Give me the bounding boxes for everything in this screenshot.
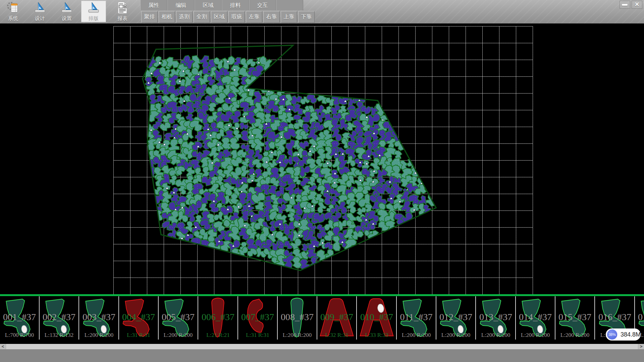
piece-lr-label: L:200 R:200 xyxy=(476,332,515,339)
piece-id-label: 015_#37 xyxy=(555,312,594,322)
menu-item-2[interactable]: 编辑 xyxy=(167,0,195,10)
piece-lr-label: L:31 R:31 xyxy=(119,332,158,339)
set-square-icon xyxy=(34,9,46,15)
piece-thumbnail[interactable]: 002_#37L:132 R:132 xyxy=(40,296,79,340)
piece-lr-label: L:700 R:700 xyxy=(0,332,39,339)
piece-id-label: 001_#37 xyxy=(0,312,39,322)
piece-id-label: 014_#37 xyxy=(516,312,555,322)
piece-id-label: 008_#37 xyxy=(278,312,317,322)
menu-item-4[interactable]: 排料 xyxy=(222,0,249,10)
tool-button-10[interactable]: 下靠 xyxy=(298,11,315,23)
launcher-button-3[interactable]: 设置 xyxy=(54,1,79,22)
tool-button-7[interactable]: 左靠 xyxy=(246,11,262,23)
piece-id-label: 007_#37 xyxy=(238,312,277,322)
piece-lr-label: L:31 R:31 xyxy=(238,332,277,339)
close-icon: ✕ xyxy=(632,1,642,8)
piece-lr-label: L:132 R:132 xyxy=(40,332,78,339)
launcher-button-4[interactable]: 排版 xyxy=(81,1,106,22)
tool-button-3[interactable]: 选割 xyxy=(176,11,193,23)
tool-bar: 聚排相机选割全割区域瑕疵左靠右靠上靠下靠 xyxy=(141,11,316,23)
launcher-label: 排版 xyxy=(81,15,106,21)
piece-thumbnail[interactable]: 010_#37L:33 R:33 xyxy=(357,296,397,340)
tool-button-5[interactable]: 区域 xyxy=(211,11,227,23)
piece-id-label: 006_#37 xyxy=(199,312,237,322)
window-controls: ✕ xyxy=(620,1,642,9)
memory-badge: 38% 384.8M xyxy=(606,328,641,341)
piece-id-label: 009_#37 xyxy=(317,312,356,322)
close-button[interactable]: ✕ xyxy=(632,1,642,9)
piece-id-label: 004_#37 xyxy=(119,312,158,322)
set-square-icon xyxy=(87,9,100,15)
piece-lr-label: L:200 R:200 xyxy=(278,332,317,339)
menu-spacer xyxy=(276,0,303,10)
minimize-button[interactable] xyxy=(620,1,630,9)
launcher-label: 设置 xyxy=(54,15,79,21)
piece-id-label: 017_#37 xyxy=(635,312,644,322)
nesting-canvas[interactable] xyxy=(0,23,644,294)
menu-bar: 属性编辑区域排料交互 xyxy=(140,0,303,10)
menu-item-5[interactable]: 交互 xyxy=(249,0,276,10)
launcher-button-2[interactable]: 设计 xyxy=(28,1,52,22)
launcher-button-1[interactable]: 系统 xyxy=(1,1,25,22)
piece-thumbnail[interactable]: 005_#37L:200 R:200 xyxy=(159,296,198,340)
piece-thumbnail[interactable]: 012_#37L:200 R:200 xyxy=(436,296,476,340)
launcher-label: 系统 xyxy=(1,15,25,21)
piece-thumbnail[interactable]: 001_#37L:700 R:700 xyxy=(0,296,40,340)
piece-lr-label: L:200 R:200 xyxy=(79,332,118,339)
piece-thumbnail[interactable]: 007_#37L:31 R:31 xyxy=(238,296,278,340)
piece-thumbnail[interactable]: 015_#37L:200 R:200 xyxy=(555,296,595,340)
minimize-icon xyxy=(622,4,628,6)
tool-button-4[interactable]: 全割 xyxy=(194,11,210,23)
piece-thumbnail[interactable]: 008_#37L:200 R:200 xyxy=(278,296,317,340)
tool-button-2[interactable]: 相机 xyxy=(159,11,175,23)
launcher-label: 报表 xyxy=(110,15,135,21)
report-icon xyxy=(116,9,129,15)
piece-id-label: 003_#37 xyxy=(79,312,118,322)
piece-thumbnail[interactable]: 004_#37L:31 R:31 xyxy=(119,296,159,340)
piece-lr-label: L:200 R:200 xyxy=(436,332,475,339)
piece-id-label: 011_#37 xyxy=(397,312,436,322)
set-square-icon xyxy=(60,9,73,15)
titlebar: 系统设计设置排版报表 属性编辑区域排料交互 聚排相机选割全割区域瑕疵左靠右靠上靠… xyxy=(0,0,644,24)
piece-thumbnail[interactable]: 006_#37L:21 R:21 xyxy=(199,296,238,340)
piece-lr-label: L:200 R:200 xyxy=(397,332,436,339)
piece-lr-label: L:200 R:200 xyxy=(159,332,198,339)
scroll-right-button[interactable]: > xyxy=(638,344,644,349)
piece-lr-label: L:33 R:33 xyxy=(357,332,396,339)
piece-lr-label: L:200 R:200 xyxy=(516,332,555,339)
piece-id-label: 012_#37 xyxy=(436,312,475,322)
menu-item-1[interactable]: 属性 xyxy=(140,0,167,10)
memory-text: 384.8M xyxy=(621,331,641,338)
piece-thumbnail[interactable]: 009_#37L:32 R:31 xyxy=(317,296,357,340)
piece-thumbnail[interactable]: 013_#37L:200 R:200 xyxy=(476,296,516,340)
gear-system-icon xyxy=(7,9,19,15)
launcher-button-5[interactable]: 报表 xyxy=(110,1,135,22)
piece-lr-label: L:200 R:200 xyxy=(555,332,594,339)
thumbnail-scrollbar[interactable]: < > xyxy=(0,344,644,349)
tool-button-1[interactable]: 聚排 xyxy=(141,11,158,23)
app-window: 系统设计设置排版报表 属性编辑区域排料交互 聚排相机选割全割区域瑕疵左靠右靠上靠… xyxy=(0,0,644,362)
piece-id-label: 013_#37 xyxy=(476,312,515,322)
piece-thumbnail-strip: 001_#37L:700 R:700002_#37L:132 R:132003_… xyxy=(0,296,644,340)
piece-thumbnail[interactable]: 003_#37L:200 R:200 xyxy=(79,296,119,340)
progress-circle: 38% xyxy=(606,329,618,340)
piece-lr-label: L:32 R:31 xyxy=(317,332,356,339)
tool-button-6[interactable]: 瑕疵 xyxy=(228,11,245,23)
piece-thumbnail[interactable]: 014_#37L:200 R:200 xyxy=(516,296,555,340)
scroll-left-button[interactable]: < xyxy=(0,344,6,349)
piece-lr-label: L:21 R:21 xyxy=(199,332,237,339)
piece-id-label: 005_#37 xyxy=(159,312,198,322)
piece-id-label: 016_#37 xyxy=(595,312,634,322)
status-bar xyxy=(0,349,644,362)
piece-id-label: 002_#37 xyxy=(40,312,78,322)
tool-button-8[interactable]: 右靠 xyxy=(263,11,280,23)
piece-thumbnail[interactable]: 011_#37L:200 R:200 xyxy=(397,296,436,340)
menu-item-3[interactable]: 区域 xyxy=(195,0,222,10)
piece-id-label: 010_#37 xyxy=(357,312,396,322)
tool-button-9[interactable]: 上靠 xyxy=(281,11,297,23)
launcher-label: 设计 xyxy=(28,15,52,21)
